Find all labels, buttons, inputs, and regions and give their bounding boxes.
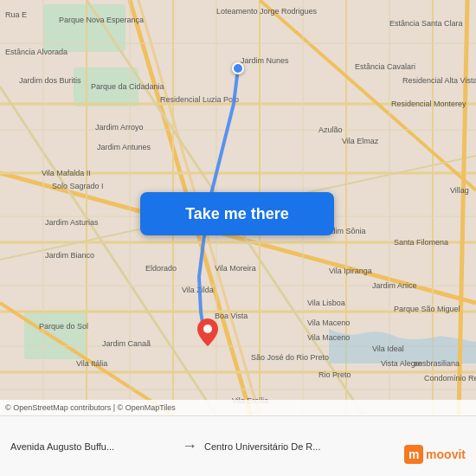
map-attribution: © OpenStreetMap contributors | © OpenMap… [0,400,476,415]
bottom-bar: Avenida Augusto Buffu... → Centro Univer… [0,415,476,476]
svg-rect-1 [43,4,125,52]
svg-rect-2 [74,68,138,106]
svg-point-34 [203,325,212,333]
route-to: Centro Universitário De R... [204,441,369,452]
moovit-m-icon: m [404,445,423,464]
moovit-logo: m moovit [404,445,466,464]
route-from: Avenida Augusto Buffu... [10,441,175,452]
take-me-there-button[interactable]: Take me there [140,192,334,235]
origin-marker [232,62,244,74]
map: Rua EParque Nova EsperançaLoteamento Jor… [0,0,476,415]
route-arrow-icon: → [182,437,197,455]
moovit-text: moovit [426,447,466,461]
destination-marker [197,318,218,346]
